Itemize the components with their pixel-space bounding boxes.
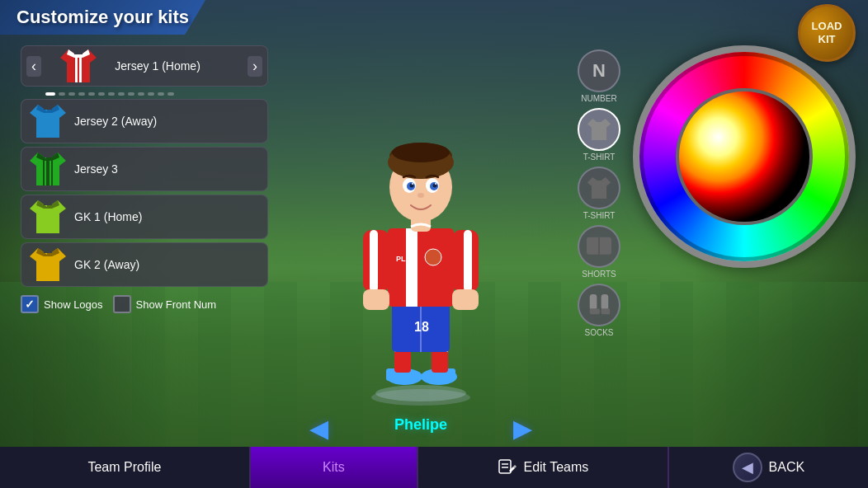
jersey-item-3[interactable]: Jersey 3 — [21, 147, 268, 191]
kit-option-tshirt2[interactable]: T-SHIRT — [578, 167, 620, 220]
svg-rect-28 — [406, 228, 417, 307]
kit-option-tshirt2-label: T-SHIRT — [583, 211, 616, 220]
nav-back-label: BACK — [769, 460, 805, 475]
jersey-item-4[interactable]: GK 1 (Home) — [21, 195, 268, 239]
show-front-num-box[interactable] — [113, 295, 131, 313]
svg-point-48 — [412, 183, 413, 185]
kit-options-panel: N NUMBER T-SHIRT T-SHIRT SHORTS — [578, 49, 620, 337]
jersey-item-2[interactable]: Jersey 2 (Away) — [21, 99, 268, 143]
page-title: Customize your kits — [17, 7, 189, 28]
show-front-num-label: Show Front Num — [136, 298, 217, 311]
character-next-arrow[interactable]: ▶ — [513, 414, 532, 443]
svg-marker-8 — [46, 157, 50, 185]
show-logos-label: Show Logos — [44, 298, 103, 311]
kit-option-number-btn[interactable]: N — [578, 49, 620, 92]
nav-back[interactable]: ◀ BACK — [669, 447, 868, 488]
dot-7 — [108, 92, 115, 96]
jersey-nav-item-1[interactable]: ‹ Jersey 1 (Home) › — [21, 45, 268, 87]
nav-kits-label: Kits — [323, 460, 345, 475]
svg-marker-2 — [79, 54, 82, 82]
kit-option-socks-btn[interactable] — [578, 284, 620, 326]
jersey-list: ‹ Jersey 1 (Home) › — [21, 45, 268, 287]
dot-1 — [45, 92, 55, 96]
nav-edit-teams[interactable]: Edit Teams — [418, 447, 668, 488]
character-prev-arrow[interactable]: ◀ — [309, 414, 328, 443]
shorts-icon — [587, 236, 611, 257]
svg-point-30 — [425, 249, 441, 265]
color-wheel-inner[interactable] — [676, 88, 812, 224]
svg-point-49 — [435, 183, 436, 185]
svg-rect-36 — [452, 289, 479, 310]
kit-option-number[interactable]: N NUMBER — [578, 49, 620, 103]
svg-rect-35 — [464, 230, 472, 292]
load-kit-button[interactable]: LOAD KIT — [798, 4, 856, 62]
kit-option-tshirt1-label: T-SHIRT — [583, 152, 616, 162]
kit-option-tshirt2-btn[interactable] — [578, 167, 620, 209]
dot-3 — [68, 92, 75, 96]
dot-11 — [148, 92, 154, 96]
svg-rect-32 — [370, 230, 378, 292]
jersey-label-4: GK 1 (Home) — [74, 210, 142, 223]
show-front-num-checkbox[interactable]: Show Front Num — [113, 295, 217, 313]
tshirt2-icon — [587, 177, 611, 199]
dot-6 — [98, 92, 105, 96]
left-panel: ‹ Jersey 1 (Home) › — [21, 45, 268, 313]
nav-team-profile-label: Team Profile — [87, 460, 161, 475]
kit-option-tshirt1-btn[interactable] — [578, 108, 620, 151]
jersey-label-1: Jersey 1 (Home) — [115, 59, 243, 73]
svg-marker-1 — [75, 54, 78, 82]
dot-5 — [88, 92, 95, 96]
svg-rect-59 — [499, 460, 511, 473]
color-wheel-container[interactable] — [633, 45, 856, 268]
jersey-next-arrow[interactable]: › — [248, 56, 262, 77]
kit-option-shorts-btn[interactable] — [578, 225, 620, 268]
back-circle-icon: ◀ — [733, 453, 762, 482]
nav-team-profile[interactable]: Team Profile — [0, 447, 249, 488]
kit-option-tshirt1[interactable]: T-SHIRT — [578, 108, 620, 162]
player-character: 18 PLS — [338, 88, 503, 401]
jersey-icon-1 — [46, 49, 110, 82]
svg-rect-27 — [388, 228, 454, 307]
svg-marker-7 — [43, 157, 45, 185]
kit-option-socks[interactable]: SOCKS — [578, 284, 620, 337]
color-wheel[interactable] — [633, 45, 856, 268]
nav-kits[interactable]: Kits — [251, 447, 417, 488]
show-logos-checkbox[interactable]: Show Logos — [21, 295, 103, 313]
kit-option-shorts-label: SHORTS — [582, 270, 616, 279]
svg-text:PLS: PLS — [396, 255, 411, 263]
svg-marker-51 — [587, 119, 611, 140]
title-bar: Customize your kits — [0, 0, 205, 35]
dot-4 — [78, 92, 85, 96]
dot-2 — [59, 92, 65, 96]
socks-icon — [588, 294, 610, 316]
jersey-item-5[interactable]: GK 2 (Away) — [21, 242, 268, 287]
edit-icon — [497, 458, 517, 477]
dots-indicator — [21, 90, 268, 96]
number-icon: N — [592, 60, 606, 82]
checkbox-row: Show Logos Show Front Num — [21, 295, 268, 313]
center-area: 18 PLS — [281, 16, 561, 447]
svg-rect-55 — [590, 294, 597, 310]
load-kit-line2: KIT — [818, 33, 836, 46]
dot-9 — [128, 92, 134, 96]
character-nav-arrows: ◀ Phelipe ▶ — [309, 414, 532, 443]
svg-marker-9 — [51, 157, 53, 185]
show-logos-box[interactable] — [21, 295, 39, 313]
svg-point-41 — [392, 143, 450, 162]
player-name: Phelipe — [394, 416, 447, 434]
svg-rect-33 — [363, 289, 389, 310]
kit-option-socks-label: SOCKS — [584, 328, 613, 337]
svg-marker-52 — [587, 177, 611, 199]
jersey-prev-arrow[interactable]: ‹ — [26, 56, 41, 77]
kit-option-shorts[interactable]: SHORTS — [578, 225, 620, 279]
nav-edit-teams-label: Edit Teams — [523, 460, 588, 475]
dot-13 — [167, 92, 174, 96]
jersey-label-5: GK 2 (Away) — [74, 258, 139, 271]
tshirt1-icon — [587, 119, 611, 140]
jersey-label-3: Jersey 3 — [74, 162, 118, 176]
load-kit-line1: LOAD — [812, 20, 842, 33]
bottom-nav: Team Profile Kits Edit Teams ◀ BACK — [0, 447, 868, 488]
jersey-label-2: Jersey 2 (Away) — [74, 115, 157, 128]
svg-point-50 — [417, 193, 424, 198]
dot-8 — [118, 92, 125, 96]
